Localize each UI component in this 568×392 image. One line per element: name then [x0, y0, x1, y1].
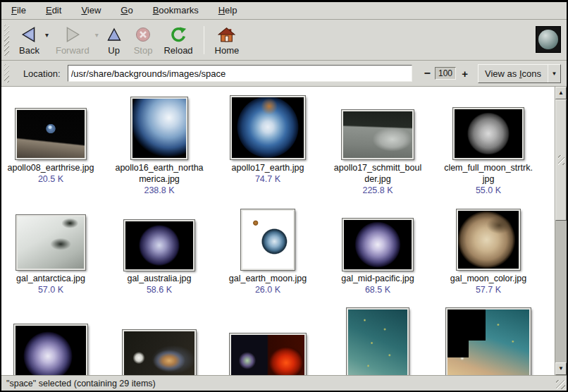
up-icon [106, 25, 123, 44]
view-as-dropdown[interactable]: View as Icons ▼ [478, 64, 561, 83]
file-name: der.jpg [324, 173, 431, 185]
scrollbar-grip-icon [558, 155, 564, 165]
globe-sphere-icon [538, 30, 558, 49]
main-area: apollo08_earthrise.jpg20.5 Kapollo16_ear… [1, 87, 567, 375]
file-name: gal_earth_moon.jpg [214, 273, 321, 284]
file-name: apollo17_schmitt_boul [324, 162, 431, 173]
stop-button: Stop [128, 23, 159, 57]
status-text: "space" selected (containing 29 items) [6, 379, 156, 388]
nautilus-window: FileEditViewGoBookmarksHelp Back▾Forward… [0, 0, 568, 392]
menu-edit[interactable]: Edit [39, 3, 68, 18]
file-label[interactable]: gal_antarctica.jpg57.0 K [1, 273, 104, 295]
toolbar: Back▾Forward▾UpStopReloadHome [1, 20, 567, 61]
file-thumbnail-nebula-pair[interactable] [230, 333, 306, 375]
home-icon [218, 25, 235, 44]
location-bar: Location: − 100 + View as Icons ▼ [1, 61, 567, 87]
file-name: gal_antarctica.jpg [1, 273, 104, 284]
location-label: Location: [23, 68, 61, 79]
file-label[interactable]: apollo16_earth_northamerica.jpg238.8 K [106, 162, 213, 196]
forward-button-label: Forward [56, 45, 89, 56]
menu-bookmarks[interactable]: Bookmarks [146, 3, 206, 18]
menu-go[interactable]: Go [113, 3, 140, 18]
file-size: 20.5 K [1, 173, 104, 185]
resize-grip[interactable] [556, 380, 565, 389]
file-size: 26.0 K [214, 284, 321, 295]
scrollbar-thumb[interactable] [555, 99, 567, 221]
file-size: 58.6 K [106, 284, 213, 295]
file-thumbnail-teal-nebula-blocks[interactable] [446, 308, 531, 375]
zoom-out-button[interactable]: − [424, 67, 430, 80]
file-name: merica.jpg [106, 173, 213, 185]
file-thumbnail-antarctica[interactable] [16, 215, 85, 270]
throbber-icon [536, 26, 561, 53]
file-thumbnail-gray-moon[interactable] [453, 108, 524, 159]
file-thumbnail-dark-earth[interactable] [124, 220, 195, 271]
view-as-label: View as Icons [479, 68, 548, 79]
file-label[interactable]: gal_moon_color.jpg57.7 K [435, 273, 542, 295]
file-thumbnail-purple-earth[interactable] [342, 219, 413, 271]
file-thumbnail-galaxies[interactable] [123, 330, 196, 375]
file-name: gal_mid-pacific.jpg [324, 273, 431, 284]
file-thumbnail-color-moon[interactable] [457, 209, 520, 270]
menu-file[interactable]: File [4, 3, 33, 18]
zoom-level-indicator: 100 [435, 67, 457, 80]
file-thumbnail-purple-earth-2[interactable] [14, 324, 87, 375]
file-name: apollo08_earthrise.jpg [1, 162, 104, 173]
toolbar-drag-handle[interactable] [4, 25, 9, 56]
file-size: 74.7 K [214, 173, 321, 185]
forward-history-dropdown-icon: ▾ [95, 31, 99, 39]
home-button-label: Home [215, 45, 240, 56]
file-size: 238.8 K [106, 185, 213, 196]
back-icon [20, 25, 38, 44]
window-content: FileEditViewGoBookmarksHelp Back▾Forward… [1, 2, 567, 391]
vertical-scrollbar[interactable]: ▲ ▼ [555, 87, 567, 375]
scroll-up-button[interactable]: ▲ [555, 87, 567, 99]
forward-button: Forward [50, 23, 95, 57]
status-bar: "space" selected (containing 29 items) [1, 375, 567, 391]
file-label[interactable]: apollo17_earth.jpg74.7 K [214, 162, 321, 185]
menubar: FileEditViewGoBookmarksHelp [1, 2, 567, 20]
file-label[interactable]: apollo17_schmitt_boulder.jpg225.8 K [324, 162, 431, 196]
chevron-down-icon: ▼ [548, 71, 560, 77]
location-input[interactable] [68, 65, 413, 82]
up-button[interactable]: Up [100, 23, 128, 57]
file-label[interactable]: clem_full_moon_strtrk.jpg55.0 K [435, 162, 542, 196]
back-button-label: Back [19, 45, 39, 56]
file-name: apollo16_earth_northa [106, 162, 213, 173]
file-name: jpg [435, 173, 542, 185]
file-label[interactable]: gal_australia.jpg58.6 K [106, 273, 213, 295]
file-name: apollo17_earth.jpg [214, 162, 321, 173]
icon-view[interactable]: apollo08_earthrise.jpg20.5 Kapollo16_ear… [1, 87, 555, 375]
reload-button[interactable]: Reload [158, 23, 198, 57]
scroll-down-button[interactable]: ▼ [555, 362, 567, 375]
file-thumbnail-earth-moon[interactable] [241, 209, 295, 270]
file-label[interactable]: gal_mid-pacific.jpg68.5 K [324, 273, 431, 295]
menu-help[interactable]: Help [211, 3, 245, 18]
home-button[interactable]: Home [209, 23, 245, 57]
file-thumbnail-teal-nebula[interactable] [347, 308, 409, 375]
reload-button-label: Reload [163, 45, 192, 56]
back-button[interactable]: Back [13, 23, 45, 57]
locationbar-drag-handle[interactable] [4, 64, 9, 82]
file-size: 225.8 K [324, 185, 431, 196]
file-size: 57.7 K [435, 284, 542, 295]
stop-icon [135, 25, 152, 44]
file-name: gal_australia.jpg [106, 273, 213, 284]
file-name: gal_moon_color.jpg [435, 273, 542, 284]
file-label[interactable]: gal_earth_moon.jpg26.0 K [214, 273, 321, 295]
file-size: 57.0 K [1, 284, 104, 295]
up-button-label: Up [108, 45, 120, 56]
file-thumbnail-earth-crescent[interactable] [131, 97, 187, 159]
file-thumbnail-earthrise[interactable] [16, 109, 86, 159]
toolbar-buttons: Back▾Forward▾UpStopReloadHome [13, 22, 245, 59]
back-history-dropdown-icon[interactable]: ▾ [45, 31, 49, 39]
file-thumbnail-moon-boulder[interactable] [342, 110, 414, 159]
file-size: 55.0 K [435, 185, 542, 196]
menu-view[interactable]: View [74, 3, 108, 18]
toolbar-separator [204, 26, 204, 54]
zoom-in-button[interactable]: + [462, 68, 468, 80]
file-label[interactable]: apollo08_earthrise.jpg20.5 K [1, 162, 104, 185]
stop-button-label: Stop [134, 45, 153, 56]
file-thumbnail-blue-marble[interactable] [230, 96, 305, 159]
file-size: 68.5 K [324, 284, 431, 295]
